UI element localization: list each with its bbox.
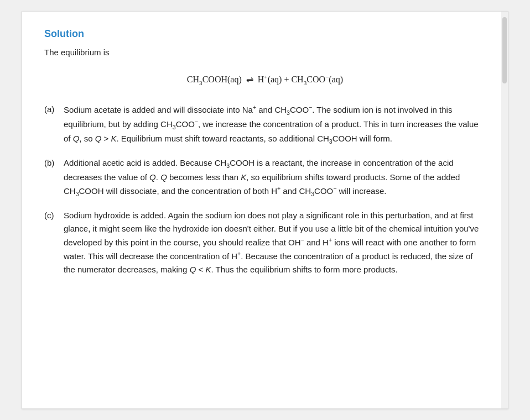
item-content-c: Sodium hydroxide is added. Again the sod…	[64, 209, 486, 276]
equation-formula: CH3COOH(aq) ⇌ H+(aq) + CH3COO−(aq)	[187, 74, 343, 86]
equation-block: CH3COOH(aq) ⇌ H+(aq) + CH3COO−(aq)	[44, 74, 486, 86]
item-label-c: (c)	[44, 209, 64, 222]
item-content-b: Additional acetic acid is added. Because…	[64, 156, 486, 199]
solution-list: (a) Sodium acetate is added and will dis…	[44, 103, 486, 276]
list-item: (b) Additional acetic acid is added. Bec…	[44, 156, 486, 199]
list-item: (a) Sodium acetate is added and will dis…	[44, 103, 486, 146]
solution-heading: Solution	[44, 28, 486, 40]
item-content-a: Sodium acetate is added and will dissoci…	[64, 103, 486, 146]
list-item: (c) Sodium hydroxide is added. Again the…	[44, 209, 486, 276]
scrollbar-area[interactable]	[501, 12, 508, 408]
equilibrium-arrow: ⇌	[246, 74, 253, 85]
scrollbar-thumb[interactable]	[502, 17, 507, 83]
item-label-a: (a)	[44, 103, 64, 116]
intro-text: The equilibrium is	[44, 48, 486, 57]
item-label-b: (b)	[44, 156, 64, 170]
page-container: Solution The equilibrium is CH3COOH(aq) …	[22, 11, 508, 409]
